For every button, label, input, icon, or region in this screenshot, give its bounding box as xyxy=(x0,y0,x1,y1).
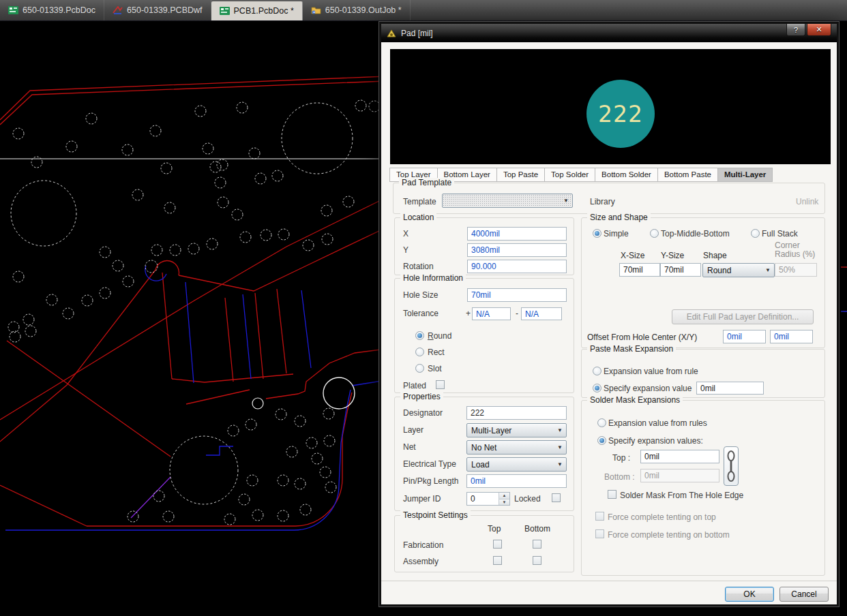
edge-trace-blue xyxy=(841,311,847,312)
mode-simple-radio[interactable] xyxy=(593,229,601,238)
dropdown-arrow-icon: ▼ xyxy=(557,427,563,433)
paste-specify-label: Specify expansion value xyxy=(604,384,692,393)
layer-tab-top-solder[interactable]: Top Solder xyxy=(544,168,595,182)
electrical-type-select[interactable]: Load ▼ xyxy=(466,457,567,472)
jumper-id-stepper[interactable]: 0 ▲ ▼ xyxy=(466,492,510,506)
rotation-field[interactable]: 90.000 xyxy=(467,260,567,273)
jumper-id-value: 0 xyxy=(467,493,499,505)
solder-from-rules-radio[interactable] xyxy=(597,418,606,427)
corner-radius-header: Corner Radius (%) xyxy=(775,241,824,259)
cancel-button[interactable]: Cancel xyxy=(779,587,829,602)
solder-specify-radio[interactable] xyxy=(597,436,606,445)
pcb-canvas[interactable] xyxy=(0,0,386,616)
layer-tab-bottom-paste[interactable]: Bottom Paste xyxy=(657,168,717,182)
pcb-document-icon xyxy=(220,7,230,15)
assembly-bottom-checkbox[interactable] xyxy=(533,556,541,565)
dropdown-arrow-icon: ▼ xyxy=(557,444,563,450)
library-label: Library xyxy=(590,197,615,206)
assembly-top-checkbox[interactable] xyxy=(493,556,502,565)
tolerance-plus-field[interactable]: N/A xyxy=(472,307,511,320)
footer-separator xyxy=(381,581,837,581)
tolerance-minus-field[interactable]: N/A xyxy=(521,307,562,320)
force-tenting-top-checkbox[interactable] xyxy=(595,512,604,521)
pcb-dwf-icon xyxy=(113,6,123,14)
dialog-body: 222 Top Layer Bottom Layer Top Paste Top… xyxy=(381,42,837,604)
corner-radius-field: 50% xyxy=(775,263,817,277)
paste-from-rule-label: Expansion value from rule xyxy=(604,367,698,376)
hole-size-label: Hole Size xyxy=(403,290,438,300)
y-field[interactable]: 3080mil xyxy=(467,243,567,257)
layer-tab-bottom-solder[interactable]: Bottom Solder xyxy=(595,168,657,182)
hole-shape-rect-radio[interactable] xyxy=(415,348,424,356)
group-caption: Paste Mask Expansion xyxy=(587,344,676,354)
unlink-link[interactable]: Unlink xyxy=(796,197,818,206)
layer-label: Layer xyxy=(403,425,424,435)
x-field[interactable]: 4000mil xyxy=(467,227,567,241)
pad-preview-circle: 222 xyxy=(586,80,655,148)
hole-size-field[interactable]: 70mil xyxy=(467,288,567,302)
dialog-titlebar[interactable]: Pad [mil] ? ✕ xyxy=(381,24,837,42)
solder-bottom-label: Bottom : xyxy=(604,472,635,482)
net-label: Net xyxy=(403,442,416,452)
group-caption: Testpoint Settings xyxy=(400,510,471,520)
hole-shape-round-radio[interactable] xyxy=(415,331,424,340)
testpoint-top-header: Top xyxy=(488,524,501,534)
pin-pkg-field[interactable]: 0mil xyxy=(466,474,567,488)
force-tenting-top-label: Force complete tenting on top xyxy=(608,512,716,522)
mode-top-middle-bottom-radio[interactable] xyxy=(650,229,659,238)
layer-select[interactable]: Multi-Layer ▼ xyxy=(466,423,567,437)
group-caption: Hole Information xyxy=(400,273,466,283)
fabrication-bottom-checkbox[interactable] xyxy=(533,540,541,549)
dropdown-arrow-icon: ▼ xyxy=(563,198,569,204)
template-label: Template xyxy=(403,197,436,206)
spin-up-icon[interactable]: ▲ xyxy=(499,493,509,499)
hole-shape-slot-radio[interactable] xyxy=(415,364,424,373)
document-tab-pcbdoc[interactable]: 650-01339.PcbDoc xyxy=(0,0,104,20)
document-tab-outjob[interactable]: 650-01339.OutJob * xyxy=(303,0,411,20)
layer-tab-multi-layer[interactable]: Multi-Layer xyxy=(717,168,773,182)
pad-dialog: Pad [mil] ? ✕ 222 Top Layer Bottom Layer… xyxy=(379,22,839,606)
ysize-field[interactable]: 70mil xyxy=(660,263,701,277)
net-select-value: No Net xyxy=(471,443,496,452)
y-label: Y xyxy=(403,245,408,255)
link-values-button[interactable] xyxy=(724,446,739,486)
electrical-type-label: Electrical Type xyxy=(403,459,456,469)
locked-label: Locked xyxy=(514,494,541,504)
group-caption: Location xyxy=(400,213,436,222)
layer-select-value: Multi-Layer xyxy=(471,426,511,435)
group-caption: Properties xyxy=(400,392,443,401)
fabrication-top-checkbox[interactable] xyxy=(493,540,502,549)
layer-tab-top-paste[interactable]: Top Paste xyxy=(496,168,544,182)
xsize-field[interactable]: 70mil xyxy=(619,263,660,277)
plated-checkbox[interactable] xyxy=(436,380,445,389)
net-select[interactable]: No Net ▼ xyxy=(466,440,567,455)
mode-full-stack-radio[interactable] xyxy=(751,229,760,238)
location-group: Location X 4000mil Y 3080mil Rotation 90… xyxy=(394,217,574,275)
offset-y-field[interactable]: 0mil xyxy=(770,330,813,343)
locked-checkbox[interactable] xyxy=(552,493,561,502)
designator-field[interactable]: 222 xyxy=(466,406,567,420)
help-button[interactable]: ? xyxy=(786,24,805,36)
offset-x-field[interactable]: 0mil xyxy=(723,330,766,343)
paste-from-rule-radio[interactable] xyxy=(593,367,601,375)
solder-mask-hole-edge-checkbox[interactable] xyxy=(608,490,616,499)
document-tab-pcbdwf[interactable]: 650-01339.PCBDwf xyxy=(104,0,211,20)
force-tenting-bottom-checkbox[interactable] xyxy=(595,529,604,538)
solder-mask-group: Solder Mask Expansions Expansion value f… xyxy=(581,400,825,576)
shape-select-value: Round xyxy=(707,266,731,275)
template-select[interactable]: ▼ xyxy=(442,194,573,208)
solder-top-field[interactable]: 0mil xyxy=(640,450,719,463)
close-button[interactable]: ✕ xyxy=(807,24,831,36)
shape-select[interactable]: Round ▼ xyxy=(702,263,775,277)
solder-from-rules-label: Expansion value from rules xyxy=(608,418,707,428)
spin-down-icon[interactable]: ▼ xyxy=(499,499,509,506)
document-tab-pcb1-active[interactable]: PCB1.PcbDoc * xyxy=(211,1,303,20)
paste-specify-radio[interactable] xyxy=(593,384,601,392)
testpoint-bottom-header: Bottom xyxy=(524,524,550,534)
top-middle-bottom-label: Top-Middle-Bottom xyxy=(661,229,730,238)
ok-button[interactable]: OK xyxy=(725,587,774,602)
tolerance-label: Tolerance xyxy=(403,309,439,318)
paste-expansion-field[interactable]: 0mil xyxy=(696,382,764,395)
fabrication-label: Fabrication xyxy=(403,540,443,550)
hole-information-group: Hole Information Hole Size 70mil Toleran… xyxy=(394,278,574,393)
